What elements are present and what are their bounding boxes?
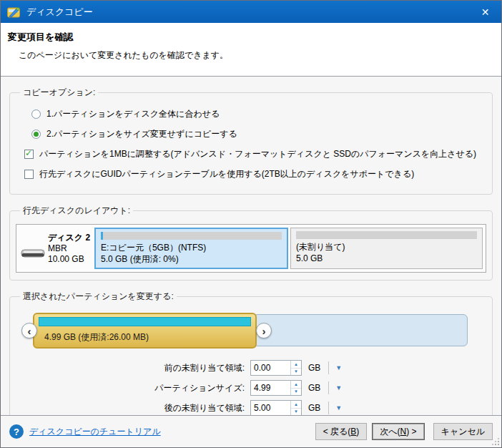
next-button[interactable]: 次へ(N) > <box>372 423 424 440</box>
usage-bar <box>101 232 282 240</box>
resize-handle-left[interactable]: ‹ <box>21 323 37 339</box>
chevron-left-icon: ‹ <box>28 325 31 337</box>
app-icon <box>6 5 21 19</box>
disk-name: ディスク 2 <box>48 233 90 243</box>
after-space-label: 後の未割り当て領域: <box>16 402 250 414</box>
wizard-header: 変更項目を確認 このページにおいて変更されたものを確認できます。 <box>1 23 501 76</box>
field-row-after-space: 後の未割り当て領域: ▲ ▼ GB ▼ <box>16 400 486 415</box>
disk-copy-dialog: ディスクコピー ✕ 変更項目を確認 このページにおいて変更されたものを確認できま… <box>0 0 502 448</box>
divider <box>328 361 329 374</box>
after-space-unit: GB <box>308 403 320 413</box>
partition-size-input[interactable] <box>251 381 290 395</box>
after-space-input[interactable] <box>251 401 290 415</box>
disk-strip: ディスク 2 MBR 10.00 GB E:コピー元（5GB）(NTFS) 5.… <box>16 224 486 273</box>
checkbox-icon[interactable] <box>24 170 34 179</box>
checkbox-icon[interactable] <box>24 150 34 159</box>
disk-partition-style: MBR <box>48 243 90 254</box>
spinner-down-icon[interactable]: ▼ <box>291 369 301 376</box>
used-space-bar <box>39 317 251 326</box>
after-space-spinbox: ▲ ▼ <box>250 400 302 415</box>
unit-dropdown-icon[interactable]: ▼ <box>335 404 342 412</box>
resize-unallocated-block[interactable] <box>253 314 468 346</box>
resize-grip[interactable] <box>498 444 499 445</box>
checkbox-align-1mb-label: パーティションを1MBに調整する(アドバンスド・フォーマットディスクと SSDの… <box>39 148 476 160</box>
unit-dropdown-icon[interactable]: ▼ <box>335 384 342 391</box>
before-space-spinbox: ▲ ▼ <box>250 360 302 376</box>
tutorial-link[interactable]: ディスクコピーのチュートリアル <box>29 426 161 438</box>
size-fields: 前の未割り当て領域: ▲ ▼ GB ▼ パーティションサイズ: <box>16 360 486 415</box>
radio-icon[interactable] <box>31 109 41 119</box>
copy-options-legend: コピーオプション: <box>20 87 98 99</box>
back-button[interactable]: < 戻る(B) <box>315 423 368 440</box>
spinner-up-icon[interactable]: ▲ <box>291 361 301 369</box>
main-content: コピーオプション: 1.パーティションをディスク全体に合わせる 2.パーティショ… <box>1 77 501 415</box>
radio-option-copy-without-resize-label: 2.パーティションをサイズ変更せずにコピーする <box>46 128 237 140</box>
checkbox-use-guid[interactable]: 行先ディスクにGUIDパーティションテーブルを使用する(2TB以上のディスクをサ… <box>24 168 486 180</box>
hard-disk-icon <box>21 246 45 260</box>
back-button-mnemonic: B <box>350 427 356 437</box>
page-subtitle: このページにおいて変更されたものを確認できます。 <box>19 49 494 62</box>
partition-unallocated-label: (未割り当て) <box>296 241 477 253</box>
close-icon[interactable]: ✕ <box>469 1 501 23</box>
partition-source[interactable]: E:コピー元（5GB）(NTFS) 5.0 GB (使用済: 0%) <box>94 228 288 269</box>
resize-bar: 4.99 GB (使用済:26.00 MB) ‹ › <box>17 313 485 349</box>
resize-partition-size-label: 4.99 GB (使用済:26.00 MB) <box>44 331 251 344</box>
back-button-label: < 戻る( <box>323 426 351 438</box>
radio-option-copy-without-resize[interactable]: 2.パーティションをサイズ変更せずにコピーする <box>31 128 486 140</box>
copy-options-group: コピーオプション: 1.パーティションをディスク全体に合わせる 2.パーティショ… <box>9 87 493 195</box>
cancel-button[interactable]: キャンセル <box>433 423 493 440</box>
destination-layout-group: 行先ディスクのレイアウト: ディスク 2 MBR 10.00 GB <box>9 205 493 281</box>
partition-source-label: E:コピー元（5GB）(NTFS) <box>101 242 282 253</box>
cancel-button-label: キャンセル <box>441 426 485 438</box>
back-button-label-end: ) <box>356 427 359 437</box>
partition-unallocated-size: 5.0 GB <box>296 253 477 264</box>
spinner-down-icon[interactable]: ▼ <box>291 409 301 416</box>
resize-handle-right[interactable]: › <box>256 323 272 339</box>
usage-bar <box>296 231 477 239</box>
footer: ? ディスクコピーのチュートリアル < 戻る(B) 次へ(N) > キャンセル <box>1 416 501 447</box>
destination-layout-legend: 行先ディスクのレイアウト: <box>20 205 133 217</box>
next-button-label-end: ) > <box>406 427 416 437</box>
partition-size-unit: GB <box>308 383 320 393</box>
field-row-before-space: 前の未割り当て領域: ▲ ▼ GB ▼ <box>16 360 486 376</box>
checkbox-use-guid-label: 行先ディスクにGUIDパーティションテーブルを使用する(2TB以上のディスクをサ… <box>39 168 414 180</box>
field-row-partition-size: パーティションサイズ: ▲ ▼ GB ▼ <box>16 380 486 396</box>
resize-partition-group: 選択されたパーティションを変更する: 4.99 GB (使用済:26.00 MB… <box>9 291 493 415</box>
spinner: ▲ ▼ <box>290 381 301 395</box>
before-space-unit: GB <box>308 363 320 373</box>
window-title: ディスクコピー <box>26 6 93 19</box>
radio-option-fit-disk[interactable]: 1.パーティションをディスク全体に合わせる <box>31 108 486 120</box>
unit-dropdown-icon[interactable]: ▼ <box>335 364 342 371</box>
divider <box>328 401 329 414</box>
help-icon[interactable]: ? <box>9 424 24 439</box>
partition-unallocated[interactable]: (未割り当て) 5.0 GB <box>290 228 483 269</box>
spinner: ▲ ▼ <box>290 401 301 415</box>
checkbox-align-1mb[interactable]: パーティションを1MBに調整する(アドバンスド・フォーマットディスクと SSDの… <box>24 148 486 160</box>
resize-partition-block[interactable]: 4.99 GB (使用済:26.00 MB) <box>33 313 257 349</box>
titlebar: ディスクコピー ✕ <box>1 1 501 23</box>
divider <box>328 381 329 394</box>
before-space-input[interactable] <box>251 361 290 375</box>
disk-info: ディスク 2 MBR 10.00 GB <box>19 228 92 269</box>
page-title: 変更項目を確認 <box>8 31 494 44</box>
partition-source-size: 5.0 GB (使用済: 0%) <box>101 253 282 265</box>
spinner-up-icon[interactable]: ▲ <box>291 401 301 409</box>
spinner: ▲ ▼ <box>290 361 301 375</box>
radio-icon[interactable] <box>31 130 41 139</box>
next-button-mnemonic: N <box>400 427 407 437</box>
chevron-right-icon: › <box>262 325 266 337</box>
disk-size: 10.00 GB <box>48 254 90 265</box>
resize-partition-legend: 選択されたパーティションを変更する: <box>20 291 177 303</box>
radio-option-fit-disk-label: 1.パーティションをディスク全体に合わせる <box>46 108 220 120</box>
disk-text: ディスク 2 MBR 10.00 GB <box>48 233 90 265</box>
next-button-label: 次へ( <box>380 426 400 438</box>
spinner-down-icon[interactable]: ▼ <box>291 389 301 396</box>
partition-size-spinbox: ▲ ▼ <box>250 380 302 396</box>
footer-buttons: < 戻る(B) 次へ(N) > キャンセル <box>310 423 493 440</box>
spinner-up-icon[interactable]: ▲ <box>291 381 301 389</box>
partition-size-label: パーティションサイズ: <box>16 382 250 394</box>
before-space-label: 前の未割り当て領域: <box>16 362 250 374</box>
